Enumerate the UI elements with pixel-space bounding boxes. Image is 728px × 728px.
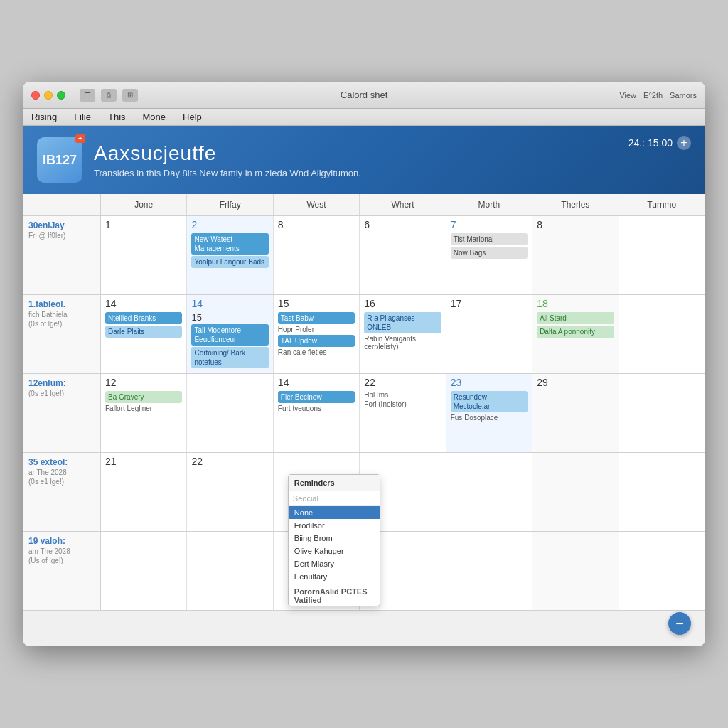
event-sub: Ran cale fletles (278, 348, 355, 356)
popup-item-4[interactable]: Dert Miasry (289, 557, 380, 570)
cell-w4-d2[interactable]: 22 (187, 453, 273, 531)
cell-w5-d5[interactable] (446, 532, 532, 610)
week-col-header (23, 194, 101, 215)
week-label-sub: ar The 2028 (28, 469, 95, 476)
event[interactable]: New Watest Managements (191, 233, 268, 255)
event[interactable]: Tist Marional (451, 233, 528, 245)
event[interactable]: Fler Becinew (278, 391, 355, 403)
cell-w3-d2[interactable] (187, 374, 273, 452)
cell-w3-d1[interactable]: 12 Ba Gravery Fallort Legliner (101, 374, 187, 452)
cell-w2-d2[interactable]: 14 15 Tall Modentore Eeudfionceur Cortoi… (187, 295, 273, 373)
week-label-sub2: (Us of lge!) (28, 557, 95, 564)
event[interactable]: Cortoining/ Bark notefues (191, 347, 268, 368)
day-number: 29 (537, 377, 614, 388)
popup-item-2[interactable]: Biing Brom (289, 532, 380, 545)
menu-mone[interactable]: Mone (140, 112, 169, 122)
cell-w4-d6[interactable] (532, 453, 619, 531)
menu-filie[interactable]: Filie (71, 112, 94, 122)
cell-w4-d1[interactable]: 21 (101, 453, 187, 531)
event[interactable]: Darle Plaits (105, 326, 182, 338)
view-button[interactable]: View (619, 91, 636, 100)
cell-w4-d5[interactable] (446, 453, 532, 531)
day-number: 14 (278, 377, 355, 388)
day-number: 17 (451, 298, 528, 309)
cell-w4-d3[interactable]: Reminders Seocial None Frodilsor Biing B… (274, 453, 360, 531)
cell-w3-d3[interactable]: 14 Fler Becinew Furt tveuqons (274, 374, 360, 452)
event[interactable]: Now Bags (451, 247, 528, 259)
cell-w3-d5[interactable]: 23 Resundew Mectocle.ar Fus Dosoplace (446, 374, 532, 452)
event[interactable]: Ba Gravery (105, 391, 182, 403)
day-headers: Jone Frlfay West Whert Morth Therles Tur… (23, 194, 705, 216)
event[interactable]: Tast Babw (278, 312, 355, 324)
title-bar: ☰ ⎙ ⊞ Calord shet View E°2th Samors (23, 82, 705, 109)
day-header-3: Whert (360, 194, 446, 215)
cell-w1-d3[interactable]: 8 (274, 216, 360, 294)
close-button[interactable] (31, 91, 40, 100)
day-number: 7 (451, 219, 528, 230)
samors-button[interactable]: Samors (670, 91, 697, 100)
cell-w2-d5[interactable]: 17 (446, 295, 532, 373)
day-header-5: Therles (532, 194, 619, 215)
week-label-4: 35 exteol: ar The 2028 (0s e1 lge!) (23, 453, 101, 531)
app-icon: ✦ IB127 (37, 137, 82, 183)
cell-w2-d4[interactable]: 16 R a Pllaganses ONLEB Rabin Venigants … (360, 295, 446, 373)
week-label-main: 35 exteol: (28, 457, 95, 467)
day-header-6: Turnmo (619, 194, 705, 215)
toolbar-icon-1[interactable]: ☰ (80, 89, 95, 102)
cell-w3-d6[interactable]: 29 (532, 374, 619, 452)
cell-w1-d6[interactable]: 8 (532, 216, 619, 294)
popup-section: PorornAslid PCTES Vatilied (289, 584, 380, 606)
day-number: 6 (364, 219, 441, 230)
event[interactable]: All Stard (537, 312, 614, 324)
toolbar-icons: ☰ ⎙ ⊞ (80, 89, 138, 102)
week-row-2: 1.fableol. fich Bathiela (0s of lge!) 14… (23, 295, 705, 374)
week-label-main: 1.fableol. (28, 299, 95, 309)
day-header-1: Frlfay (187, 194, 273, 215)
menu-help[interactable]: Help (180, 112, 205, 122)
time-display: 24.: 15:00 (628, 137, 673, 149)
event[interactable]: Dalta A ponnonity (537, 326, 614, 338)
event[interactable]: TAL Updew (278, 335, 355, 347)
add-event-button[interactable]: + (677, 136, 691, 150)
cell-w3-d4[interactable]: 22 Hal Ims Forl (Inolstor) (360, 374, 446, 452)
cell-w2-d1[interactable]: 14 Nteilled Branks Darle Plaits (101, 295, 187, 373)
menu-this[interactable]: This (105, 112, 129, 122)
day-number: 22 (364, 377, 441, 388)
week-label-sub2: (0s e1 lge!) (28, 478, 95, 486)
popup-item-3[interactable]: Olive Kahuger (289, 545, 380, 557)
day-header-4: Morth (446, 194, 532, 215)
event[interactable]: Yoolpur Langour Bads (191, 256, 268, 268)
cell-w1-d4[interactable]: 6 (360, 216, 446, 294)
cell-w2-d6[interactable]: 18 All Stard Dalta A ponnonity (532, 295, 619, 373)
event-sub: Fallort Legliner (105, 405, 182, 412)
calendar-weeks: 30enlJay Frl @ lf0ler) 1 2 New Watest Ma… (23, 216, 705, 611)
window-title: Calord shet (341, 90, 387, 100)
cell-w2-d3[interactable]: 15 Tast Babw Hopr Proler TAL Updew Ran c… (274, 295, 360, 373)
day-number: 8 (537, 219, 614, 230)
toolbar-icon-3[interactable]: ⊞ (122, 89, 138, 102)
cell-w5-d6[interactable] (532, 532, 619, 610)
popup-item-5[interactable]: Eenultary (289, 570, 380, 583)
event[interactable]: Tall Modentore Eeudfionceur (191, 324, 268, 346)
popup-search[interactable]: Seocial (289, 491, 380, 506)
event-sub: Hopr Proler (278, 326, 355, 333)
event[interactable]: R a Pllaganses ONLEB (364, 312, 441, 333)
header-text: Aaxsucjeutfe Transides in this Day 8its … (94, 142, 691, 178)
cell-w5-d2[interactable] (187, 532, 273, 610)
week-row-1: 30enlJay Frl @ lf0ler) 1 2 New Watest Ma… (23, 216, 705, 295)
maximize-button[interactable] (57, 91, 65, 100)
minus-button[interactable]: − (668, 612, 691, 635)
minimize-button[interactable] (44, 91, 53, 100)
event[interactable]: Resundew Mectocle.ar (451, 391, 528, 412)
popup-item-none[interactable]: None (289, 506, 380, 519)
cell-w1-d2[interactable]: 2 New Watest Managements Yoolpur Langour… (187, 216, 273, 294)
menu-rising[interactable]: Rising (28, 112, 60, 122)
cell-w5-d1[interactable] (101, 532, 187, 610)
cell-w1-d1[interactable]: 1 (101, 216, 187, 294)
epoch-button[interactable]: E°2th (643, 91, 663, 100)
cell-w1-d5[interactable]: 7 Tist Marional Now Bags (446, 216, 532, 294)
toolbar-right: View E°2th Samors (619, 91, 697, 100)
popup-item-1[interactable]: Frodilsor (289, 519, 380, 532)
event[interactable]: Nteilled Branks (105, 312, 182, 324)
toolbar-icon-2[interactable]: ⎙ (101, 89, 117, 102)
